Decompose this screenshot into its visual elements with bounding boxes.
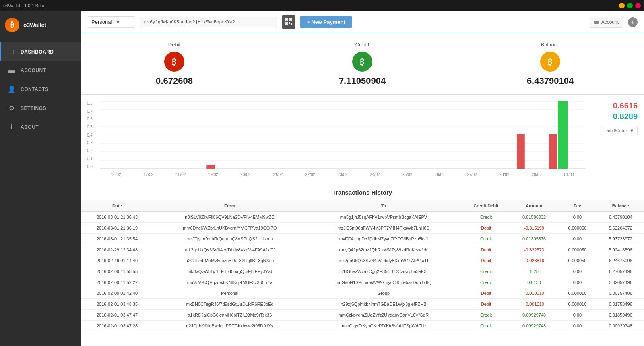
cell-credit-debit: Debit <box>461 299 511 310</box>
cell-balance: 5.93723972 <box>597 234 644 244</box>
cell-fee: 0.00 <box>557 212 597 223</box>
cell-fee: 0.00 <box>557 266 597 277</box>
cell-balance: 6.27057496 <box>597 266 644 277</box>
new-payment-button[interactable]: + New Payment <box>300 16 352 28</box>
chart-legend-chevron: ▼ <box>630 128 634 133</box>
transactions-body: 2016-03-01 21:36:43 n3jSLV9ZkvFll86QV9LN… <box>80 212 644 331</box>
chart-x-labels: 16/02 17/02 18/02 19/02 20/02 21/02 22/0… <box>100 171 585 177</box>
sidebar-item-contacts[interactable]: 👤 CONTACTS <box>0 80 80 99</box>
cell-to: muGaoH1SPiLVoWVWGmycC35nebazDq5Tx6Q <box>306 277 462 288</box>
cell-credit-debit: Debit <box>461 255 511 266</box>
sidebar-label-dashboard: DASHBOARD <box>21 49 54 55</box>
cell-to: mmCzkpvdmZUgZYfz2UYqapvCanVL6VfGqR <box>306 310 462 321</box>
chart-section: 0.8 0.7 0.6 0.5 0.4 0.3 0.2 0.1 0.0 <box>80 95 644 183</box>
cell-credit-debit: Debit <box>461 223 511 234</box>
chart-main: 16/02 17/02 18/02 19/02 20/02 21/02 22/0… <box>100 101 585 177</box>
sidebar-logo: ₿ o3Wallet <box>0 11 80 39</box>
svg-rect-21 <box>549 134 557 169</box>
balance-value: 6.43790104 <box>527 76 574 86</box>
cell-balance: 5.92418596 <box>597 244 644 255</box>
account-selector[interactable]: Personal ▼ <box>87 16 135 28</box>
cell-date: 2016-03-01 21:36:19 <box>80 223 154 234</box>
cell-amount: 6.25 <box>511 266 557 277</box>
cell-amount: 0.01305376 <box>511 234 557 244</box>
table-row: 2016-02-09 01:42:40 Personal Group Debit… <box>80 288 644 299</box>
svg-rect-19 <box>206 165 215 169</box>
balance-btc-icon: ₿ <box>540 52 560 72</box>
cell-credit-debit: Credit <box>461 277 511 288</box>
transactions-table: Date From To Credit/Debit Amount Fee Bal… <box>80 200 644 331</box>
minimize-button[interactable] <box>619 3 625 8</box>
about-icon: ℹ <box>8 123 16 131</box>
table-row: 2016-02-29 12:34:48 mk2goUkQs3SV64cVDbdy… <box>80 244 644 255</box>
cell-credit-debit: Credit <box>461 266 511 277</box>
close-button[interactable] <box>635 3 641 8</box>
chart-legend-label: Debit/Credit <box>605 128 628 133</box>
cell-amount: 0.00929748 <box>511 310 557 321</box>
sidebar-item-about[interactable]: ℹ ABOUT <box>0 118 80 137</box>
transactions-section: Transactions History Date From To Credit… <box>80 183 644 346</box>
credit-stat: Credit ₿ 7.11050904 <box>268 41 456 86</box>
cell-from: mkBxQwA51jz1LETjkf5oagQmE8fEEyJYvJ <box>154 266 306 277</box>
title-bar-text: o3Wallet - 1.0.1 Beta <box>3 3 44 8</box>
balance-stat: Balance ₿ 6.43790104 <box>456 41 644 86</box>
add-account-button[interactable]: + <box>628 17 638 27</box>
logo-icon: ₿ <box>5 18 19 32</box>
cell-balance: 0.01758496 <box>597 299 644 310</box>
sidebar: ₿ o3Wallet ⊞ DASHBOARD ▬ ACCOUNT 👤 CONTA… <box>0 11 80 346</box>
top-bar: Personal ▼ mv6yJqJwKuCK5auUag2jHixSWuBbp… <box>80 11 644 33</box>
cell-fee: 0.00 <box>557 310 597 321</box>
debit-btc-icon: ₿ <box>164 52 184 72</box>
cell-credit-debit: Credit <box>461 234 511 244</box>
contacts-icon: 👤 <box>8 85 16 93</box>
wallet-address: mv6yJqJwKuCK5auUag2jHixSWuBbpmKYa2 <box>140 17 277 27</box>
cell-amount: 0.0130 <box>511 277 557 288</box>
cell-from: n3jSLV9ZkvFll86QV9LNa2DVFlV4EMM9wZC <box>154 212 306 223</box>
cell-balance: 0.01859496 <box>597 310 644 321</box>
sidebar-label-contacts: CONTACTS <box>21 87 49 92</box>
transactions-title: Transactions History <box>80 183 644 200</box>
cell-credit-debit: Credit <box>461 212 511 223</box>
cell-fee: 0.000050 <box>557 255 597 266</box>
cell-from: muVoV9cQAqzoeJtK4fIKqf4MBE3vXd5h7V <box>154 277 306 288</box>
title-bar: o3Wallet - 1.0.1 Beta <box>0 0 644 11</box>
sidebar-item-dashboard[interactable]: ⊞ DASHBOARD <box>0 42 80 61</box>
cell-fee: 0.00 <box>557 321 597 331</box>
cell-fee: 0.000010 <box>557 288 597 299</box>
cell-fee: 0.000050 <box>557 223 597 234</box>
cell-fee: 0.00 <box>557 277 597 288</box>
cell-amount: 0.00929748 <box>511 321 557 331</box>
sidebar-item-settings[interactable]: ⚙ SETTINGS <box>0 99 80 118</box>
table-row: 2016-03-01 21:36:19 mm6Dhd6WZbrLhUKBvqmf… <box>80 223 644 234</box>
table-row: 2016-03-01 21:36:43 n3jSLV9ZkvFll86QV9LN… <box>80 212 644 223</box>
sidebar-item-account[interactable]: ▬ ACCOUNT <box>0 61 80 80</box>
qr-code-button[interactable] <box>282 15 295 29</box>
cell-from: mkBN0CTegRJ6f7d9sdGtUuDLfdP6RE3oEd <box>154 299 306 310</box>
title-bar-controls <box>619 3 641 8</box>
maximize-button[interactable] <box>627 3 633 8</box>
svg-rect-22 <box>558 101 568 169</box>
svg-rect-8 <box>289 23 290 24</box>
stats-row: Debit ₿ 0.672608 Credit ₿ 7.11050904 Bal… <box>80 33 644 95</box>
settings-icon: ⚙ <box>8 104 16 112</box>
cell-date: 2016-02-01 03:47:28 <box>80 321 154 331</box>
cell-to: mnoGiqyFrKyhGKePfYKtr3sfaHESpWdEUz <box>306 321 462 331</box>
cell-date: 2016-02-19 01:14:40 <box>80 255 154 266</box>
cell-fee: 0.000050 <box>557 244 597 255</box>
col-date: Date <box>80 200 154 212</box>
cell-fee: 0.000010 <box>557 299 597 310</box>
cell-amount: -0.315199 <box>511 223 557 234</box>
cell-balance: 6.43790104 <box>597 212 644 223</box>
cell-date: 2016-02-09 01:42:40 <box>80 288 154 299</box>
chart-legend-button[interactable]: Debit/Credit ▼ <box>601 126 638 135</box>
chevron-down-icon: ▼ <box>115 19 120 25</box>
table-row: 2016-02-09 11:55:55 mkBxQwA51jz1LETjkf5o… <box>80 266 644 277</box>
svg-rect-20 <box>517 134 525 169</box>
sidebar-label-settings: SETTINGS <box>21 106 46 111</box>
cell-from: a1kR8KajCpG6kmMH6bjTZiLXtMe9rTsk36 <box>154 310 306 321</box>
chart-right-panel: 0.6616 0.8289 Debit/Credit ▼ <box>585 101 638 177</box>
cell-balance: 5.62204072 <box>597 223 644 234</box>
col-amount: Amount <box>511 200 557 212</box>
cell-to: mzJlS5nt98gFWY4Y3PT7VlIH4FxsWb7LnH8D <box>306 223 462 234</box>
table-row: 2016-02-01 03:47:47 a1kR8KajCpG6kmMH6bjT… <box>80 310 644 321</box>
